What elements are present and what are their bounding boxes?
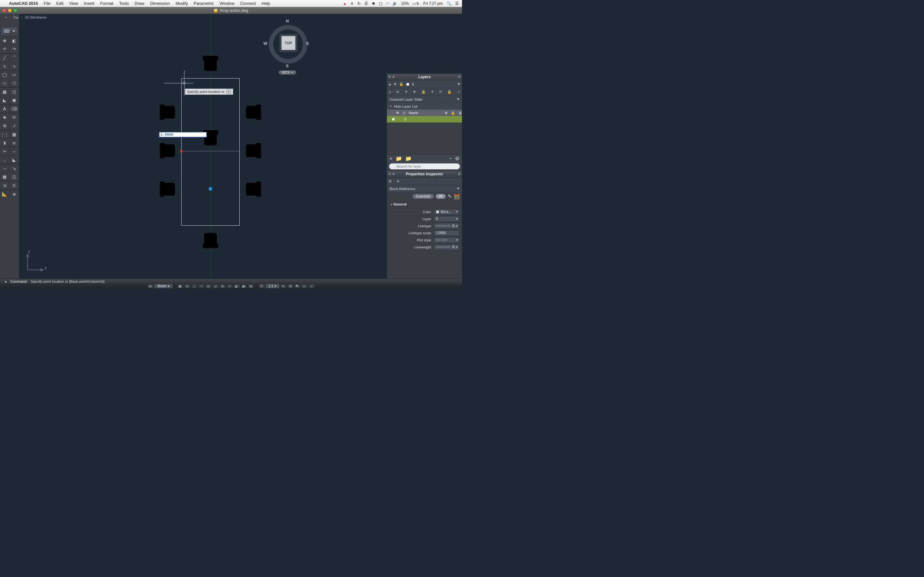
grid-icon[interactable]: ▦ xyxy=(177,284,184,288)
battery-icon[interactable]: ▭↯ xyxy=(413,1,419,6)
compass-e[interactable]: E xyxy=(306,41,309,46)
layer-tool-icon[interactable]: ☀ xyxy=(405,90,408,94)
layer-tool-icon[interactable]: 🔓 xyxy=(447,90,452,94)
menu-parametric[interactable]: Parametric xyxy=(194,1,214,6)
chevron-down-icon[interactable] xyxy=(457,83,460,85)
vp-style[interactable]: 2D Wireframe xyxy=(25,15,47,19)
chevron-down-icon[interactable]: ▾ xyxy=(226,89,231,94)
volume-icon[interactable]: 🔊 xyxy=(393,1,397,6)
tool-undo-icon[interactable]: ↶ xyxy=(0,45,10,53)
dynamic-input[interactable] xyxy=(159,132,207,137)
scale-readout[interactable]: 1:1 ▾ xyxy=(266,284,279,288)
bluetooth-icon[interactable]: ✱ xyxy=(372,1,375,6)
prop-ltscale-value[interactable]: 1.0000 xyxy=(434,230,459,236)
layer-tool-icon[interactable]: ⟳ xyxy=(439,90,442,94)
tool-leader-icon[interactable]: ↘ xyxy=(10,164,19,172)
compass-s[interactable]: S xyxy=(286,63,289,68)
tool-gradient-icon[interactable]: ◣ xyxy=(0,96,10,104)
wcs-badge[interactable]: WCS xyxy=(279,71,296,75)
menu-connect[interactable]: Connect xyxy=(240,1,256,6)
filter-icon[interactable]: ⌖ xyxy=(389,156,393,161)
zoom-icon[interactable] xyxy=(13,9,17,12)
menu-dimension[interactable]: Dimension xyxy=(150,1,170,6)
tool-measure-icon[interactable]: 📐 xyxy=(0,190,10,198)
tool-polygon-icon[interactable]: ⬠ xyxy=(10,79,19,87)
lwt-icon[interactable]: ≡ xyxy=(226,284,233,288)
tool-region-icon[interactable]: ◫ xyxy=(10,88,19,96)
viewport-label[interactable]: +| Top| 2D Wireframe xyxy=(5,15,47,19)
clean-icon[interactable]: ▭ xyxy=(301,284,308,288)
folder-icon[interactable]: 📁 xyxy=(405,155,412,161)
prop-ltype-value[interactable]: B... xyxy=(434,223,459,229)
clock[interactable]: Fri 7:27 pm xyxy=(423,1,443,6)
tool-table-icon[interactable]: ▦ xyxy=(0,173,10,181)
prop-pstyle-value[interactable]: ByColor xyxy=(434,237,459,243)
compass-n[interactable]: N xyxy=(286,19,289,23)
tool-move-icon[interactable]: ✥ xyxy=(0,37,10,45)
menu-window[interactable]: Window xyxy=(220,1,234,6)
annoscale-icon[interactable]: Ⓐ xyxy=(258,284,265,288)
tab-essentials[interactable]: Essentials xyxy=(413,194,434,199)
wifi-icon[interactable]: ⌔ xyxy=(386,1,389,6)
layer-tool-icon[interactable]: 🔒 xyxy=(421,90,426,94)
menu-insert[interactable]: Insert xyxy=(84,1,95,6)
ortho-icon[interactable]: ∟ xyxy=(191,284,198,288)
airplay-icon[interactable]: ▢ xyxy=(379,1,383,6)
tool-polyline-icon[interactable]: Ⲷ xyxy=(0,62,10,70)
layout-grid-icon[interactable]: ⊞ xyxy=(147,284,153,288)
viewcube-face[interactable]: TOP xyxy=(281,36,296,50)
layer-lock-icon[interactable]: 🔓 xyxy=(399,82,404,86)
sc-icon[interactable]: ⊞ xyxy=(248,284,254,288)
cmd-history-icon[interactable]: ▸ xyxy=(5,279,7,284)
layer-search[interactable] xyxy=(387,162,462,171)
tool-grid-icon[interactable]: ▦ xyxy=(10,131,19,139)
tool-boundary-icon[interactable]: ▣ xyxy=(10,96,19,104)
tool-circle-icon[interactable]: ◯ xyxy=(0,71,10,79)
menu-tools[interactable]: Tools xyxy=(119,1,129,6)
layer-state-dropdown[interactable]: Unsaved Layer State xyxy=(387,95,462,103)
layer-tool-icon[interactable]: ⤢ xyxy=(457,90,460,94)
tool-block-icon[interactable]: ◫ xyxy=(10,173,19,181)
close-icon[interactable] xyxy=(3,9,6,12)
tool-arc-icon[interactable]: ⌒ xyxy=(10,54,19,62)
tool-spline-icon[interactable]: ∿ xyxy=(10,62,19,70)
tool-erase-icon[interactable]: ⌫ xyxy=(10,105,19,113)
menu-edit[interactable]: Edit xyxy=(56,1,63,6)
prop-layer-value[interactable]: 0 xyxy=(434,216,459,222)
otrack-icon[interactable]: ⊿ xyxy=(212,284,219,288)
tool-trim-icon[interactable]: ✂ xyxy=(0,147,10,155)
polar-icon[interactable]: ✧ xyxy=(198,284,205,288)
quick-props-icon[interactable]: ⧉ xyxy=(389,179,391,183)
tool-redo-icon[interactable]: ↷ xyxy=(10,45,19,53)
model-tab[interactable]: Model ▾ xyxy=(154,284,172,288)
layer-tool-icon[interactable]: ✦ xyxy=(431,90,434,94)
tool-copy-icon[interactable]: ⧉ xyxy=(0,122,10,130)
object-type-dropdown[interactable]: Block Reference xyxy=(387,185,462,192)
command-bar[interactable]: ▸ Command: Specify point location or [Ba… xyxy=(0,279,462,284)
menu-help[interactable]: Help xyxy=(262,1,270,6)
prop-lweight-value[interactable]: B... xyxy=(434,244,459,250)
tool-rotate-icon[interactable]: ⟳ xyxy=(10,113,19,121)
layer-on-icon[interactable]: ● xyxy=(389,82,391,86)
menu-view[interactable]: View xyxy=(69,1,78,6)
layer-tool-icon[interactable]: ❄ xyxy=(413,90,416,94)
command-text[interactable]: Specify point location or [Base point/Un… xyxy=(31,279,166,284)
hide-layer-list-toggle[interactable]: Hide Layer List xyxy=(387,103,462,110)
transparency-icon[interactable]: ◧ xyxy=(234,284,240,288)
tool-layer-icon[interactable]: ◧ xyxy=(10,37,19,45)
minimize-icon[interactable] xyxy=(8,9,11,12)
tab-all[interactable]: All xyxy=(436,194,446,199)
selection-grip-icon[interactable] xyxy=(209,187,212,190)
tool-text-icon[interactable]: A xyxy=(0,105,10,113)
tool-array-icon[interactable]: ⋮⋮ xyxy=(0,131,10,139)
evernote-icon[interactable]: ✶ xyxy=(351,1,354,6)
pick-icon[interactable]: ✎ xyxy=(447,193,452,199)
visual-style-button[interactable] xyxy=(2,27,17,35)
tool-rectangle-icon[interactable]: ▭ xyxy=(10,71,19,79)
tool-scale-icon[interactable]: ⤢ xyxy=(10,122,19,130)
tray-more-icon[interactable]: ≡ xyxy=(309,284,315,288)
tool-line-icon[interactable]: ╱ xyxy=(0,54,10,62)
tool-hatch-icon[interactable]: ▦ xyxy=(0,88,10,96)
folder-icon[interactable]: 📁 xyxy=(396,155,402,161)
tool-offset-icon[interactable]: ⧈ xyxy=(10,139,19,147)
